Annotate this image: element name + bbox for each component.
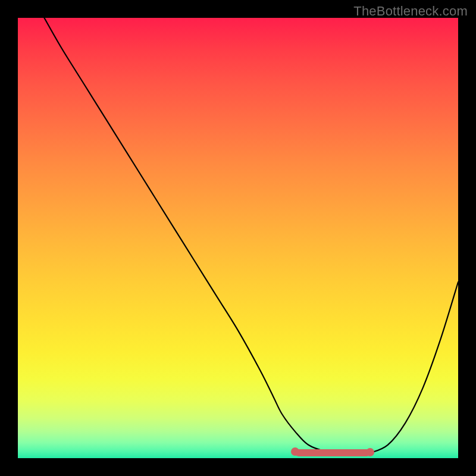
highlight-end-dot-icon (366, 448, 374, 456)
plot-area (18, 18, 458, 458)
minimum-highlight (18, 18, 458, 458)
chart-frame: TheBottleneck.com (0, 0, 476, 476)
highlight-segment (295, 449, 370, 456)
watermark-text: TheBottleneck.com (353, 4, 468, 19)
